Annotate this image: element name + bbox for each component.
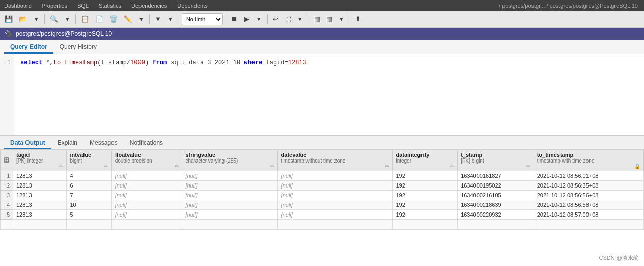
main-content: 💾 📂 ▾ 🔍 ▾ 📋 📄 🗑️ ✏️ ▾ ▼ ▾ No limit100 ro… bbox=[0, 11, 644, 266]
table-row: 3128137[null][null][null]192163400021610… bbox=[1, 191, 644, 200]
tab-query-history[interactable]: Query History bbox=[53, 41, 103, 54]
toolbar-run-dropdown-btn[interactable]: ▾ bbox=[254, 13, 265, 25]
col-header-floatvalue: floatvalue double precision ✏ bbox=[111, 150, 182, 171]
nav-statistics[interactable]: Statistics bbox=[97, 3, 123, 9]
col-header-tstamp: t_stamp [PK] bigint ✏ bbox=[458, 150, 534, 171]
col-header-dataintegrity: dataintegrity integer ✏ bbox=[393, 150, 458, 171]
nav-properties[interactable]: Properties bbox=[40, 3, 69, 9]
toolbar-sep-7 bbox=[309, 14, 309, 24]
sql-editor[interactable]: 1 select *,to_timestamp(t_stamp/1000) fr… bbox=[0, 54, 644, 136]
toolbar-sep-2 bbox=[75, 14, 76, 24]
toolbar-run-btn[interactable]: ▶ bbox=[241, 13, 253, 25]
col-header-totimestamp: to_timestamp timestamp with time zone 🔒 bbox=[534, 150, 643, 171]
col-edit-dataintegrity-icon[interactable]: ✏ bbox=[450, 164, 454, 169]
col-edit-intvalue-icon[interactable]: ✏ bbox=[104, 164, 108, 169]
breadcrumb: / postgres/postgr... / postgres/postgres… bbox=[499, 3, 642, 9]
toolbar-limit-select[interactable]: No limit100 rows500 rows1000 rows bbox=[182, 13, 223, 25]
toolbar-filter-btn[interactable]: ▼ bbox=[152, 13, 164, 25]
connection-label: postgres/postgres@PostgreSQL 10 bbox=[16, 30, 112, 37]
data-table-container[interactable]: tagid [PK] integer ✏ intvalue bigint ✏ f… bbox=[0, 150, 644, 266]
toolbar-macro-dropdown-btn[interactable]: ▾ bbox=[295, 13, 306, 25]
tab-explain[interactable]: Explain bbox=[51, 137, 83, 149]
data-table: tagid [PK] integer ✏ intvalue bigint ✏ f… bbox=[0, 150, 644, 230]
toolbar-stop-btn[interactable]: ⏹ bbox=[229, 13, 240, 25]
toolbar-find-dropdown-btn[interactable]: ▾ bbox=[62, 13, 73, 25]
toolbar-edit-btn[interactable]: ✏️ bbox=[121, 13, 134, 25]
toolbar-find-btn[interactable]: 🔍 bbox=[47, 13, 61, 25]
sql-content[interactable]: select *,to_timestamp(t_stamp/1000) from… bbox=[14, 54, 644, 135]
table-row: 41281310[null][null][null]19216340002186… bbox=[1, 200, 644, 210]
toolbar-undo-btn[interactable]: ↩ bbox=[270, 13, 282, 25]
tab-notifications[interactable]: Notifications bbox=[124, 137, 169, 149]
toolbar-dropdown-btn[interactable]: ▾ bbox=[31, 13, 42, 25]
col-header-datevalue: datevalue timestamp without time zone ✏ bbox=[277, 150, 393, 171]
col-edit-tagid-icon[interactable]: ✏ bbox=[59, 164, 63, 169]
nav-dashboard[interactable]: Dashboard bbox=[2, 3, 34, 9]
toolbar-sep-1 bbox=[44, 14, 45, 24]
toolbar-download-btn[interactable]: ⬇ bbox=[353, 13, 364, 25]
watermark: CSDN @淡水瑜 bbox=[599, 254, 639, 262]
top-nav: Dashboard Properties SQL Statistics Depe… bbox=[0, 0, 644, 11]
toolbar-edit-dropdown-btn[interactable]: ▾ bbox=[135, 13, 147, 25]
toolbar-save-btn[interactable]: 💾 bbox=[2, 13, 15, 25]
table-row: 5128135[null][null][null]192163400022093… bbox=[1, 210, 644, 220]
toolbar: 💾 📂 ▾ 🔍 ▾ 📋 📄 🗑️ ✏️ ▾ ▼ ▾ No limit100 ro… bbox=[0, 11, 644, 28]
toolbar-format-btn[interactable]: ⬚ bbox=[283, 13, 294, 25]
toolbar-delete-btn[interactable]: 🗑️ bbox=[107, 13, 120, 25]
toolbar-sep-5 bbox=[226, 14, 226, 24]
col-edit-stringvalue-icon[interactable]: ✏ bbox=[270, 164, 274, 169]
toolbar-table2-btn[interactable]: ▦ bbox=[324, 13, 335, 25]
toolbar-table-btn[interactable]: ▦ bbox=[312, 13, 323, 25]
col-header-tagid: tagid [PK] integer ✏ bbox=[13, 150, 67, 171]
toolbar-filter-dropdown-btn[interactable]: ▾ bbox=[165, 13, 176, 25]
toolbar-sep-3 bbox=[149, 14, 150, 24]
nav-dependents[interactable]: Dependents bbox=[175, 3, 209, 9]
query-tabs: Query Editor Query History bbox=[0, 40, 644, 54]
nav-sql[interactable]: SQL bbox=[75, 3, 91, 9]
col-edit-totimestamp-icon[interactable]: 🔒 bbox=[634, 164, 640, 169]
col-header-rownum bbox=[1, 150, 13, 171]
toolbar-paste-btn[interactable]: 📄 bbox=[93, 13, 106, 25]
tab-query-editor[interactable]: Query Editor bbox=[4, 41, 53, 54]
connection-icon: 🔌 bbox=[4, 30, 13, 38]
col-edit-tstamp-icon[interactable]: ✏ bbox=[526, 164, 530, 169]
toolbar-copy-btn[interactable]: 📋 bbox=[78, 13, 92, 25]
col-header-stringvalue: stringvalue character varying (255) ✏ bbox=[182, 150, 277, 171]
toolbar-open-btn[interactable]: 📂 bbox=[16, 13, 30, 25]
col-edit-floatvalue-icon[interactable]: ✏ bbox=[175, 164, 179, 169]
table-row-empty bbox=[1, 220, 644, 230]
toolbar-pen-dropdown-btn[interactable]: ▾ bbox=[336, 13, 347, 25]
col-header-intvalue: intvalue bigint ✏ bbox=[67, 150, 111, 171]
toolbar-sep-8 bbox=[350, 14, 350, 24]
toolbar-sep-4 bbox=[179, 14, 179, 24]
col-edit-datevalue-icon[interactable]: ✏ bbox=[385, 164, 389, 169]
line-numbers: 1 bbox=[0, 54, 14, 135]
nav-dependencies[interactable]: Dependencies bbox=[129, 3, 169, 9]
tab-data-output[interactable]: Data Output bbox=[4, 137, 51, 149]
table-row: 2128136[null][null][null]192163400019502… bbox=[1, 181, 644, 191]
result-tabs: Data Output Explain Messages Notificatio… bbox=[0, 136, 644, 150]
toolbar-sep-6 bbox=[267, 14, 268, 24]
table-row: 1128134[null][null][null]192163400016182… bbox=[1, 171, 644, 181]
connection-bar: 🔌 postgres/postgres@PostgreSQL 10 bbox=[0, 28, 644, 40]
tab-messages[interactable]: Messages bbox=[83, 137, 124, 149]
